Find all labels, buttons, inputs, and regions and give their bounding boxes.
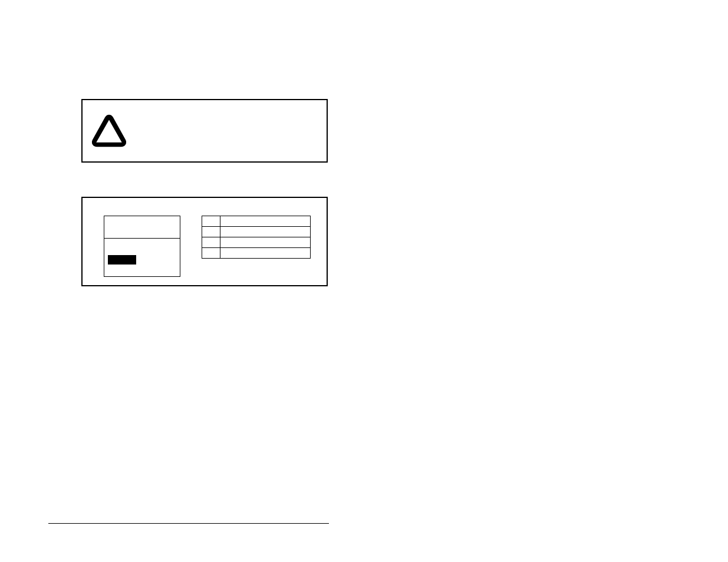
table-cell — [220, 216, 311, 227]
spacer — [81, 163, 329, 197]
nameplate-box — [81, 197, 328, 286]
content-column — [81, 99, 329, 286]
table-cell — [202, 216, 220, 227]
left-table-row — [104, 239, 180, 276]
footer-rule — [48, 523, 329, 524]
warning-triangle-icon — [88, 110, 130, 151]
nameplate-model-block — [108, 255, 136, 265]
right-inner-table — [202, 216, 311, 259]
left-table-row — [104, 216, 180, 239]
page — [0, 0, 728, 562]
table-cell — [202, 248, 220, 259]
table-row — [202, 227, 311, 237]
table-cell — [220, 227, 311, 237]
table-cell — [202, 227, 220, 237]
table-cell — [220, 237, 311, 248]
table-row — [202, 237, 311, 248]
table-row — [202, 248, 311, 259]
notice-box — [81, 99, 328, 163]
table-cell — [220, 248, 311, 259]
table-row — [202, 216, 311, 227]
left-inner-table — [104, 216, 180, 277]
table-cell — [202, 237, 220, 248]
